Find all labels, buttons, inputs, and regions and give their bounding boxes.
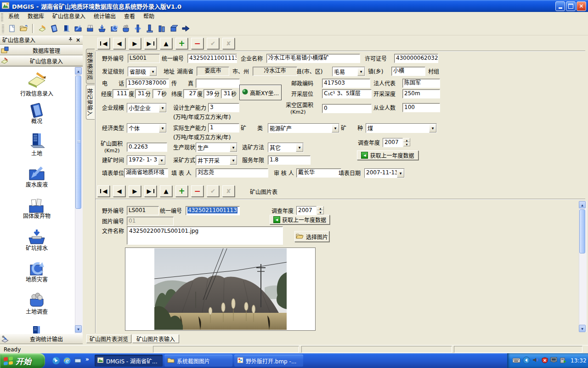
postcode-input[interactable]: 417503 xyxy=(322,79,370,88)
tab-record-input[interactable]: 按记录输入 xyxy=(86,85,95,120)
menu-system[interactable]: 系统 xyxy=(4,12,23,22)
tray-language-icon[interactable] xyxy=(523,356,530,365)
nav2-next-button[interactable]: ▶ xyxy=(129,185,141,197)
prod-status-combo[interactable]: 生产▼ xyxy=(196,143,237,152)
toolbar-box-icon[interactable] xyxy=(169,23,179,34)
fetch-prev-year-button[interactable]: ◀ 获取上一年度数据 xyxy=(357,150,418,160)
taskbar-task-folder[interactable]: 系统截图图片 xyxy=(164,355,232,367)
choose-picture-button[interactable]: 选择图片 xyxy=(294,231,329,242)
sidebar-item-land[interactable]: 土地 xyxy=(7,150,67,157)
nav2-post-button[interactable]: ✔ xyxy=(207,185,219,197)
nav1-first-button[interactable]: ◀ xyxy=(97,38,110,49)
pic-unified-no-input[interactable]: 43250211001113 xyxy=(186,206,240,215)
toolbar-exit-icon[interactable] xyxy=(181,23,191,34)
menu-help[interactable]: 帮助 xyxy=(139,12,158,22)
toolbar-wastewater-icon[interactable] xyxy=(73,23,83,34)
splitter[interactable] xyxy=(83,35,85,345)
dropdown-icon[interactable]: ▼ xyxy=(230,143,237,152)
quicklaunch-player-icon[interactable] xyxy=(51,356,61,365)
employees-input[interactable]: 100 xyxy=(402,103,440,112)
nav2-prev-button[interactable]: ◀ xyxy=(113,185,125,197)
dropdown-icon[interactable]: ▼ xyxy=(397,169,404,178)
design-cap-input[interactable]: 3 xyxy=(208,103,239,112)
sidebar-scroll-up-icon[interactable]: ▲ xyxy=(75,67,82,75)
sidebar-scroll-thumb[interactable] xyxy=(75,75,81,209)
fill-unit-input[interactable]: 湖南省地质环境 xyxy=(124,168,168,178)
wastewater-icon[interactable] xyxy=(21,164,52,184)
sidebar-close-icon[interactable]: × xyxy=(76,37,80,43)
taskbar-task-dmgis[interactable]: DMGIS - 湖南省矿... xyxy=(95,355,163,367)
pic-field-no-input[interactable]: LS001 xyxy=(127,206,159,215)
dropdown-icon[interactable]: ▼ xyxy=(158,156,165,165)
land-survey-icon[interactable] xyxy=(21,292,52,310)
nav1-next-button[interactable]: ▶ xyxy=(129,38,141,49)
quicklaunch-ie-icon[interactable]: e xyxy=(62,356,72,365)
mine-class-combo[interactable]: 能源矿产▼ xyxy=(268,123,339,133)
nav2-cancel-button[interactable]: ✘ xyxy=(222,185,235,197)
menu-mine-entry[interactable]: 矿山信息录入 xyxy=(48,12,90,22)
sidebar-item-overview[interactable]: 概况 xyxy=(7,118,67,125)
built-time-combo[interactable]: 1972- 1- 3▼ xyxy=(127,155,166,165)
town-input[interactable]: 小横 xyxy=(391,67,425,76)
pin-icon[interactable] xyxy=(68,37,73,43)
nav2-last-button[interactable]: ▶ xyxy=(144,185,157,197)
dressing-combo[interactable]: 其它▼ xyxy=(268,143,304,152)
license-input[interactable]: 4300000620321 xyxy=(394,54,438,63)
tray-shield-icon[interactable] xyxy=(542,357,548,365)
dropdown-icon[interactable]: ▼ xyxy=(296,143,303,152)
dropdown-icon[interactable]: ▼ xyxy=(159,104,166,112)
mine-kind-combo[interactable]: 煤▼ xyxy=(366,123,437,133)
sidebar-group-query-output[interactable]: 查询统计输出 xyxy=(0,334,83,344)
spin-down-icon[interactable]: ▼ xyxy=(317,210,324,214)
nav2-add-button[interactable]: + xyxy=(175,185,188,197)
sidebar-item-admin-info[interactable]: 行政信息录入 xyxy=(7,91,67,98)
sidebar-item-solid-waste[interactable]: 固体废弃物 xyxy=(7,213,67,220)
content-scroll-up-icon[interactable]: ▲ xyxy=(579,201,586,208)
toolbar-column-icon[interactable] xyxy=(133,23,143,34)
fax-input[interactable] xyxy=(196,79,240,88)
field-no-input[interactable]: LS001 xyxy=(128,54,160,63)
spin-up-icon[interactable]: ▲ xyxy=(403,138,410,142)
nav2-first-button[interactable]: ◀ xyxy=(97,185,110,197)
mining-method-combo[interactable]: 井下开采▼ xyxy=(196,155,237,165)
building-partial-icon[interactable] xyxy=(21,324,52,334)
mining-layer-input[interactable]: C₁c¹ 3、5煤层 xyxy=(322,89,372,98)
nav1-last-button[interactable]: ▶ xyxy=(144,38,157,49)
city-input[interactable]: 娄底市 xyxy=(197,67,229,76)
fill-date-combo[interactable]: 2007-11-13▼ xyxy=(364,168,405,178)
open-icon[interactable] xyxy=(19,23,29,34)
pic-survey-year-spinner[interactable]: 2007 ▲▼ xyxy=(296,206,324,215)
legal-rep-input[interactable]: 陈国军 xyxy=(402,79,440,88)
tray-volume-icon[interactable] xyxy=(532,357,539,364)
start-button[interactable]: 开始 xyxy=(0,353,45,368)
nav2-delete-button[interactable]: − xyxy=(191,185,204,197)
sidebar-group-mine-entry[interactable]: 矿山信息录入 xyxy=(0,56,83,66)
gauss-xy-button[interactable]: 高斯XY坐... xyxy=(239,85,282,100)
mining-depth-input[interactable]: 250m xyxy=(402,89,440,98)
company-input[interactable]: 冷水江市毛易镇小横煤矿 xyxy=(266,54,360,63)
toolbar-overview-icon[interactable] xyxy=(49,23,59,34)
spin-up-icon[interactable]: ▲ xyxy=(317,206,324,210)
survey-year-spinner[interactable]: 2007 ▲▼ xyxy=(383,138,410,147)
service-years-input[interactable]: 1.8 xyxy=(268,155,311,165)
toolbar-monument-icon[interactable] xyxy=(145,23,155,34)
dropdown-icon[interactable]: ▼ xyxy=(357,67,365,76)
nav1-add-button[interactable]: + xyxy=(175,38,188,49)
taskbar-task-bmp[interactable]: 野外版打开.bmp -... xyxy=(234,355,303,367)
pic-survey-year-value[interactable]: 2007 xyxy=(296,206,317,215)
nav1-prev-button[interactable]: ◀ xyxy=(113,38,125,49)
toolbar-towers-icon[interactable] xyxy=(157,23,167,34)
dropdown-icon[interactable]: ▼ xyxy=(332,124,339,132)
toolbar-landsurvey-icon[interactable] xyxy=(121,23,131,34)
menu-stats-output[interactable]: 统计输出 xyxy=(90,12,120,22)
nav2-top-button[interactable]: ▲ xyxy=(160,185,172,197)
spin-down-icon[interactable]: ▼ xyxy=(403,142,410,146)
content-scroll-thumb[interactable] xyxy=(579,209,585,253)
tray-database-icon[interactable] xyxy=(560,357,567,365)
toolbar-land-icon[interactable] xyxy=(61,23,71,34)
menu-view[interactable]: 查看 xyxy=(120,12,139,22)
tray-monitor-icon[interactable] xyxy=(550,357,558,364)
sidebar-item-geohazard[interactable]: 地质灾害 xyxy=(7,276,67,283)
cert-level-combo[interactable]: 省部级▼ xyxy=(128,67,157,76)
actual-cap-input[interactable]: 1 xyxy=(208,123,239,132)
